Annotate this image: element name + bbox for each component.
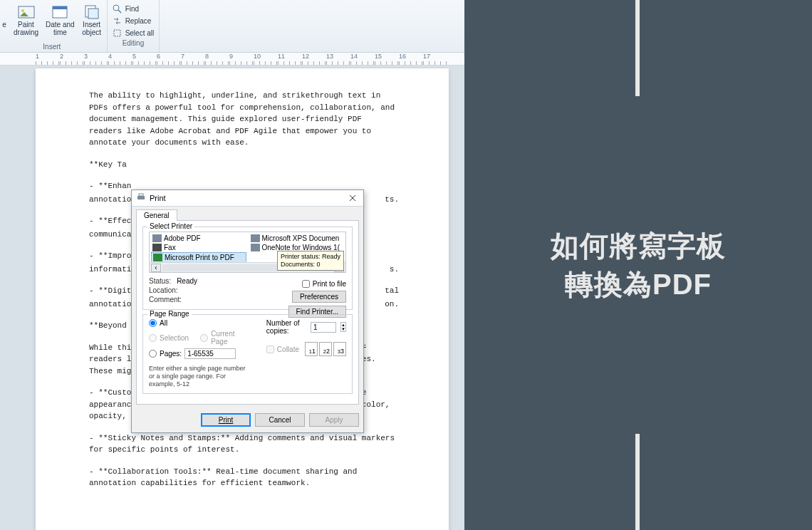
svg-rect-5 bbox=[88, 9, 98, 19]
printer-item-selected[interactable]: Microsoft Print to PDF bbox=[151, 252, 246, 263]
print-button[interactable]: Print bbox=[201, 413, 251, 427]
collate-checkbox[interactable]: Collate bbox=[266, 345, 299, 353]
select-printer-fieldset: Select Printer Adobe PDF Fax Microsoft P… bbox=[142, 227, 353, 310]
dialog-titlebar[interactable]: Print bbox=[132, 190, 363, 207]
date-time-icon bbox=[50, 3, 70, 20]
page-range-note: Enter either a single page number or a s… bbox=[149, 365, 252, 388]
preferences-button[interactable]: Preferences bbox=[292, 291, 346, 303]
insert-group-label: Insert bbox=[0, 42, 104, 52]
find-button[interactable]: Find bbox=[110, 3, 157, 14]
paint-drawing-button[interactable]: Paint drawing bbox=[11, 1, 41, 42]
current-page-radio[interactable]: Current Page bbox=[200, 330, 252, 345]
insert-object-icon bbox=[82, 3, 102, 20]
printer-icon bbox=[153, 254, 162, 261]
svg-rect-10 bbox=[139, 194, 143, 196]
spinner-icon[interactable]: ▲▼ bbox=[340, 322, 346, 332]
ribbon-partial-item[interactable]: e bbox=[0, 1, 9, 42]
wordpad-window: e Paint drawing Date and time Insert obj… bbox=[0, 0, 464, 530]
general-tab[interactable]: General bbox=[136, 209, 177, 221]
printer-tooltip: Printer status: Ready Documents: 0 bbox=[277, 251, 344, 271]
page-title: 如何將寫字板 轉換為PDF bbox=[551, 227, 726, 303]
close-button[interactable] bbox=[346, 192, 359, 204]
scroll-left-button[interactable]: ‹ bbox=[151, 264, 161, 272]
svg-point-1 bbox=[21, 9, 24, 12]
print-dialog: Print General Select Printer Adobe PDF F… bbox=[131, 189, 364, 433]
printer-icon bbox=[136, 193, 146, 203]
svg-line-7 bbox=[118, 10, 121, 13]
printer-icon bbox=[251, 244, 260, 251]
svg-rect-9 bbox=[137, 196, 145, 199]
printer-item[interactable]: Fax bbox=[151, 243, 246, 252]
page-range-fieldset: Page Range All Selection Current Page Pa… bbox=[142, 314, 353, 394]
dialog-title: Print bbox=[150, 194, 166, 202]
all-radio[interactable]: All bbox=[149, 319, 252, 327]
replace-button[interactable]: Replace bbox=[110, 15, 157, 26]
ruler: 1234567891011121314151617 bbox=[0, 53, 464, 66]
select-all-button[interactable]: Select all bbox=[110, 27, 157, 38]
paint-icon bbox=[16, 3, 36, 20]
selection-radio[interactable]: Selection bbox=[149, 330, 189, 345]
printer-list[interactable]: Adobe PDF Fax Microsoft Print to PDF Mic… bbox=[149, 232, 346, 273]
ribbon: e Paint drawing Date and time Insert obj… bbox=[0, 0, 464, 53]
select-all-icon bbox=[113, 28, 123, 38]
print-to-file-checkbox[interactable]: Print to file bbox=[302, 280, 346, 288]
pages-input[interactable] bbox=[184, 348, 236, 359]
cancel-button[interactable]: Cancel bbox=[255, 413, 305, 427]
printer-icon bbox=[251, 234, 260, 242]
printer-item[interactable]: Adobe PDF bbox=[151, 234, 246, 243]
date-time-button[interactable]: Date and time bbox=[43, 1, 77, 42]
printer-icon bbox=[152, 234, 162, 242]
replace-icon bbox=[113, 16, 123, 26]
pages-radio[interactable]: Pages: bbox=[149, 348, 252, 359]
insert-object-button[interactable]: Insert object bbox=[80, 1, 104, 42]
title-panel: 如何將寫字板 轉換為PDF bbox=[464, 0, 812, 530]
copies-input[interactable] bbox=[311, 322, 336, 333]
apply-button[interactable]: Apply bbox=[309, 413, 359, 427]
svg-rect-8 bbox=[114, 30, 120, 36]
editing-group-label: Editing bbox=[110, 38, 157, 48]
collate-preview: 11 22 33 bbox=[305, 342, 346, 356]
find-icon bbox=[113, 4, 123, 14]
svg-point-6 bbox=[113, 5, 119, 11]
svg-rect-3 bbox=[53, 6, 67, 9]
printer-item[interactable]: Microsoft XPS Documen bbox=[249, 234, 345, 243]
fax-icon bbox=[152, 244, 162, 251]
